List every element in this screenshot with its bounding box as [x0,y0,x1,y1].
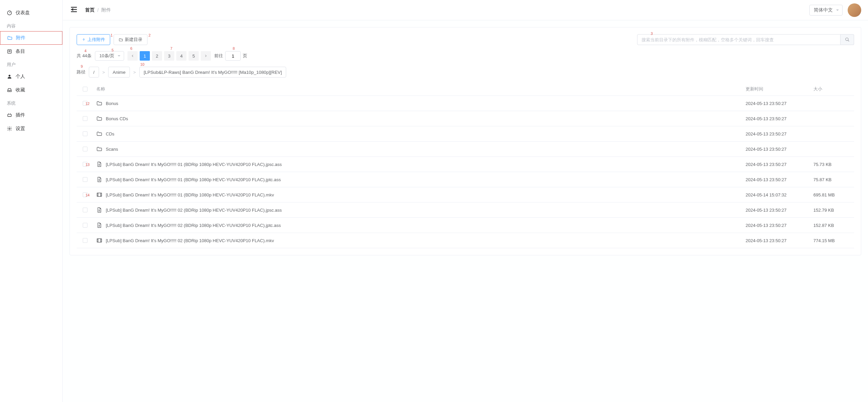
upload-label: 上传附件 [87,37,105,43]
goto-prefix: 前往 [214,53,223,59]
mkdir-label: 新建目录 [125,37,142,43]
header: 首页 / 附件 简体中文 [63,0,868,20]
select-all-checkbox[interactable] [83,87,87,91]
table-header: 名称 更新时间 大小 [77,82,854,96]
pager-page-1[interactable]: 1 [140,51,150,61]
sidebar-label: 附件 [16,35,25,41]
file-name: Bonus CDs [106,116,128,121]
toolbar: 上传附件 1 新建目录 2 3 [77,34,854,45]
sidebar-item-dashboard[interactable]: 仪表盘 [0,6,62,20]
row-checkbox[interactable] [83,192,87,197]
pager-page-4[interactable]: 4 [176,51,186,61]
table-row[interactable]: 12 Bonus 2024-05-13 23:50:27 [77,96,854,111]
crumb-root[interactable]: / [89,67,99,78]
annotation-2: 2 [149,33,151,37]
row-checkbox[interactable] [83,162,87,167]
folder-icon [96,146,102,152]
table-row[interactable]: 13 [LPSub] BanG Dream! It's MyGO!!!!! 01… [77,157,854,172]
breadcrumb-home[interactable]: 首页 [85,7,95,13]
file-name: [LPSub] BanG Dream! It's MyGO!!!!! 01 (B… [106,192,274,197]
file-name: [LPSub] BanG Dream! It's MyGO!!!!! 02 (B… [106,238,274,243]
file-name: Bonus [106,101,118,106]
pager-next[interactable] [201,51,211,61]
file-icon [96,222,102,228]
video-icon [96,192,102,198]
dashboard-icon [7,10,12,16]
collapse-toggle[interactable] [70,5,78,15]
pager-prev[interactable]: 6 [127,51,138,61]
pagination: 共 44条 4 10条/页 5 6 1 2 37 4 5 [77,51,854,61]
annotation-5: 5 [112,48,114,52]
pager-page-2[interactable]: 2 [152,51,162,61]
crumb-anime[interactable]: Anime [108,67,130,78]
row-checkbox[interactable] [83,177,87,182]
col-size-header[interactable]: 大小 [813,86,854,92]
row-checkbox[interactable] [83,147,87,151]
annotation-4: 4 [84,49,86,53]
search-button[interactable] [841,34,854,45]
sidebar-group-system: 系统 [0,97,62,108]
svg-rect-3 [8,114,12,117]
sidebar-item-settings[interactable]: 设置 [0,122,62,135]
inbox-icon [7,87,12,93]
row-checkbox[interactable] [83,223,87,228]
language-select[interactable]: 简体中文 [809,5,843,16]
table-row[interactable]: [LPSub] BanG Dream! It's MyGO!!!!! 01 (B… [77,172,854,187]
path-breadcrumb: 路径 9 / > Anime > [LPSub&LP-Raws] BanG Dr… [77,67,854,78]
crumb-current[interactable]: [LPSub&LP-Raws] BanG Dream! It's MyGO!!!… [139,67,287,78]
file-name: [LPSub] BanG Dream! It's MyGO!!!!! 01 (B… [106,177,281,182]
table-row[interactable]: [LPSub] BanG Dream! It's MyGO!!!!! 02 (B… [77,218,854,233]
file-size: 152.79 KB [813,208,854,213]
sidebar-item-profile[interactable]: 个人 [0,70,62,83]
sidebar-item-plugins[interactable]: 插件 [0,108,62,122]
breadcrumb-top: 首页 / 附件 [85,7,111,13]
hamburger-collapse-icon [70,5,78,14]
sidebar-group-user: 用户 [0,58,62,70]
page-size-value: 10条/页 [99,53,114,59]
sidebar-label: 条目 [16,48,25,55]
avatar[interactable] [848,3,861,17]
sidebar-item-entries[interactable]: 条目 [0,45,62,58]
table-row[interactable]: CDs 2024-05-13 23:50:27 [77,126,854,142]
table-row[interactable]: 14 [LPSub] BanG Dream! It's MyGO!!!!! 01… [77,187,854,203]
col-name-header[interactable]: 名称 [94,86,746,92]
sidebar-item-attachments[interactable]: 附件 [0,31,62,45]
file-size: 152.87 KB [813,223,854,228]
goto-input[interactable] [225,51,241,61]
annotation-8: 8 [233,46,235,50]
col-updated-header[interactable]: 更新时间 [746,86,813,92]
sidebar-item-favorites[interactable]: 收藏 [0,83,62,97]
pager-page-3[interactable]: 37 [164,51,174,61]
file-icon [96,207,102,213]
row-checkbox[interactable] [83,131,87,136]
file-icon [96,176,102,183]
upload-icon [82,38,86,42]
table-row[interactable]: Scans 2024-05-13 23:50:27 [77,142,854,157]
file-updated: 2024-05-13 23:50:27 [746,162,813,167]
file-updated: 2024-05-13 23:50:27 [746,223,813,228]
file-updated: 2024-05-13 23:50:27 [746,208,813,213]
svg-point-4 [9,128,10,129]
file-updated: 2024-05-14 15:07:32 [746,192,813,197]
table-row[interactable]: [LPSub] BanG Dream! It's MyGO!!!!! 02 (B… [77,203,854,218]
search-input[interactable] [637,34,841,45]
row-checkbox[interactable] [83,208,87,212]
row-checkbox[interactable] [83,238,87,243]
table-row[interactable]: Bonus CDs 2024-05-13 23:50:27 [77,111,854,126]
row-checkbox[interactable] [83,116,87,121]
file-updated: 2024-05-13 23:50:27 [746,116,813,121]
table-row[interactable]: [LPSub] BanG Dream! It's MyGO!!!!! 02 (B… [77,233,854,248]
page-size-select[interactable]: 10条/页 5 [95,51,124,61]
gear-icon [7,126,12,131]
file-updated: 2024-05-13 23:50:27 [746,131,813,136]
upload-button[interactable]: 上传附件 1 [77,34,110,45]
file-size: 75.87 KB [813,177,854,182]
sidebar-label: 收藏 [16,87,25,93]
pager-page-5[interactable]: 5 [189,51,199,61]
row-checkbox[interactable] [83,101,87,106]
mkdir-button[interactable]: 新建目录 2 [114,34,147,45]
crumb-separator: > [133,70,136,75]
file-size: 695.81 MB [813,192,854,197]
sidebar-label: 个人 [16,73,25,80]
entries-icon [7,49,12,54]
